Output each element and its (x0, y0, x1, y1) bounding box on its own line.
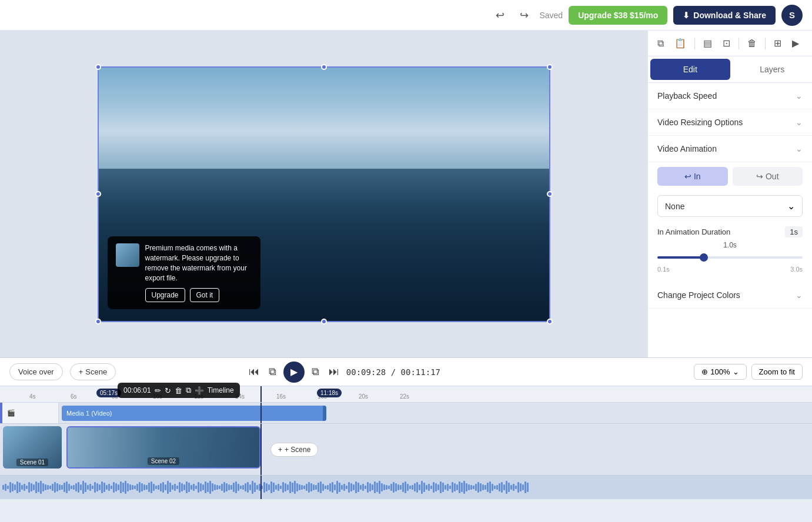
video-animation-section[interactable]: Video Animation ⌄ (648, 136, 812, 162)
add-scene-button[interactable]: + Scene (70, 363, 116, 380)
playback-speed-section[interactable]: Playback Speed ⌄ (648, 83, 812, 109)
waveform-bar (82, 481, 84, 494)
voice-over-button[interactable]: Voice over (9, 363, 63, 380)
grid-button[interactable]: ⊞ (770, 35, 785, 51)
resize-handle-bottom-left[interactable] (95, 319, 101, 324)
resize-handle-bottom-right[interactable] (547, 319, 553, 324)
user-avatar-button[interactable]: S (781, 5, 803, 26)
popup-got-it-button[interactable]: Got it (190, 288, 220, 302)
ruler-mark-16s: 16s (276, 393, 286, 400)
waveform-bar (421, 481, 423, 494)
resize-handle-top-left[interactable] (95, 64, 101, 70)
clip-refresh-icon[interactable]: ↻ (165, 386, 171, 395)
zoom-dropdown-button[interactable]: ⊕ 100% ⌄ (694, 364, 746, 380)
delete-button[interactable]: 🗑 (744, 36, 760, 51)
crop-button[interactable]: ⊡ (719, 35, 734, 51)
waveform-bar (101, 481, 103, 493)
waveform-bar (414, 483, 416, 491)
more-button[interactable]: ▶ (788, 35, 803, 51)
waveform-bar (357, 483, 359, 492)
waveform-bar (412, 485, 413, 490)
frame-back-button[interactable]: ⧉ (266, 363, 279, 380)
undo-button[interactable]: ↩ (491, 6, 509, 24)
waveform-bar (252, 481, 253, 494)
skip-to-end-button[interactable]: ⏭ (326, 363, 342, 380)
clip-end-handle[interactable] (323, 406, 326, 421)
waveform-bar (374, 481, 376, 493)
change-project-colors-section[interactable]: Change Project Colors ⌄ (648, 282, 812, 309)
zoom-chevron-icon: ⌄ (733, 367, 739, 376)
video-track-icon: 🎬 (7, 409, 15, 417)
duration-slider[interactable] (657, 252, 803, 263)
resize-handle-middle-right[interactable] (547, 191, 553, 197)
waveform-bar (308, 482, 310, 493)
video-resizing-section[interactable]: Video Resizing Options ⌄ (648, 109, 812, 136)
download-share-button[interactable]: ⬇ Download & Share (673, 6, 776, 25)
waveform-bar (482, 484, 484, 490)
waveform-bar (195, 486, 197, 489)
waveform-bar (393, 482, 395, 493)
slider-thumb[interactable] (700, 253, 708, 262)
play-button[interactable]: ▶ (283, 362, 305, 383)
tab-layers[interactable]: Layers (733, 56, 813, 82)
duplicate-button[interactable]: ⧉ (654, 36, 667, 51)
waveform-bar (325, 486, 326, 489)
popup-upgrade-button[interactable]: Upgrade (145, 288, 185, 302)
scene-01-clip[interactable]: Scene 01 (3, 426, 62, 469)
animation-type-label: None (665, 202, 684, 211)
upgrade-button[interactable]: Upgrade $38 $15/mo (569, 6, 667, 25)
scene-02-label: Scene 02 (148, 457, 179, 465)
add-scene-timeline-button[interactable]: + + Scene (270, 443, 318, 457)
popup-thumbnail (116, 243, 139, 267)
ruler-mark-4s: 4s (29, 393, 36, 400)
clip-tooltip: 00:06:01 ✏ ↻ 🗑 ⧉ ➕ Timeline (118, 383, 240, 398)
waveform-bar (263, 482, 265, 493)
animation-type-dropdown[interactable]: None ⌄ (657, 195, 803, 217)
waveform-bar (402, 483, 404, 492)
waveform-bar (299, 484, 300, 490)
layer-button[interactable]: ▤ (700, 35, 716, 51)
waveform-bar (193, 484, 195, 491)
frame-forward-button[interactable]: ⧉ (309, 363, 322, 380)
zoom-to-fit-button[interactable]: Zoom to fit (751, 364, 803, 380)
clip-edit-icon[interactable]: ✏ (155, 386, 161, 395)
waveform-bar (40, 481, 42, 494)
topbar: ↩ ↪ Saved Upgrade $38 $15/mo ⬇ Download … (0, 0, 812, 31)
waveform-bar (240, 486, 242, 489)
waveform-bar (353, 484, 355, 490)
waveform-bar (85, 483, 86, 492)
waveform-bar (327, 485, 329, 490)
animation-out-button[interactable]: ↪ Out (733, 167, 803, 186)
waveform-bar (94, 482, 96, 493)
toolbar-separator (694, 38, 695, 49)
clip-copy-icon[interactable]: ⧉ (186, 386, 191, 395)
waveform-bar (492, 484, 493, 491)
resize-handle-bottom-center[interactable] (321, 319, 327, 324)
clip-timeline-icon[interactable]: ➕ (195, 386, 204, 395)
resize-handle-middle-left[interactable] (95, 191, 101, 197)
duration-current: 1.0s (657, 241, 803, 249)
resize-handle-top-center[interactable] (321, 64, 327, 70)
resize-handle-top-right[interactable] (547, 64, 553, 70)
video-canvas[interactable]: Premium media comes with a watermark. Pl… (98, 66, 550, 322)
waveform-bar (172, 485, 173, 490)
waveform-bar (456, 484, 458, 490)
redo-button[interactable]: ↪ (515, 6, 533, 24)
waveform-bar (160, 483, 162, 491)
waveform-bar (54, 482, 56, 493)
waveform-bar (188, 483, 190, 492)
saved-status: Saved (539, 11, 563, 20)
waveform-bar (487, 483, 489, 492)
skip-to-start-button[interactable]: ⏮ (246, 363, 262, 380)
video-clip[interactable]: Media 1 (Video) (62, 406, 326, 421)
animation-in-button[interactable]: ↩ In (657, 167, 728, 186)
copy-button[interactable]: 📋 (671, 35, 690, 51)
clip-delete-icon[interactable]: 🗑 (175, 386, 182, 395)
waveform-bar (59, 484, 61, 490)
scene-02-clip[interactable]: Scene 02 (66, 426, 260, 469)
canvas-area: Premium media comes with a watermark. Pl… (0, 31, 647, 357)
tab-edit[interactable]: Edit (650, 59, 730, 80)
panel-toolbar: ⧉ 📋 ▤ ⊡ 🗑 ⊞ ▶ (648, 31, 812, 56)
waveform-bar (341, 485, 343, 490)
waveform-bar (522, 484, 524, 490)
